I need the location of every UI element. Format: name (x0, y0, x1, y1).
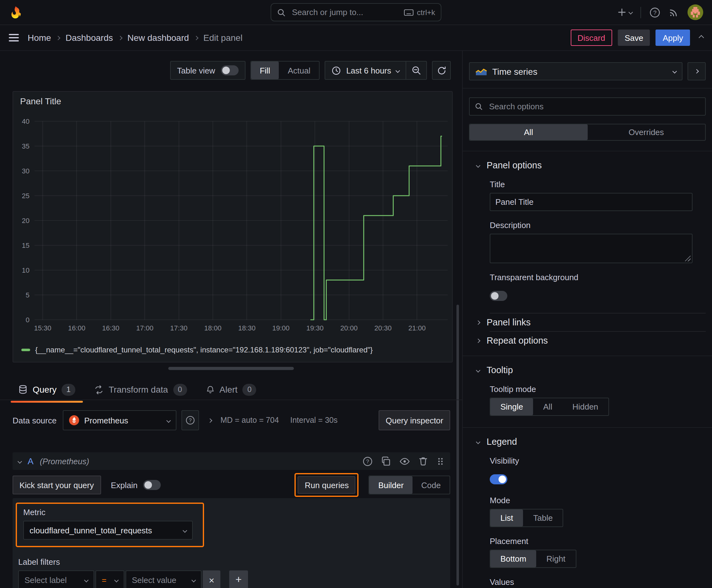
tooltip-mode-hidden[interactable]: Hidden (562, 398, 608, 415)
transparent-background-toggle[interactable] (490, 291, 507, 301)
breadcrumb-separator-icon (194, 36, 198, 40)
grafana-edit-panel: ctrl+k ? (0, 0, 712, 588)
svg-text:20:30: 20:30 (374, 324, 391, 332)
add-menu-button[interactable] (617, 7, 632, 17)
refresh-button[interactable] (432, 61, 451, 80)
options-search-input[interactable] (488, 101, 700, 112)
panel-options-section-header[interactable]: Panel options (469, 160, 706, 170)
builder-option[interactable]: Builder (369, 476, 412, 494)
options-search[interactable] (469, 97, 706, 115)
query-row-header[interactable]: A (Prometheus) ? (13, 452, 450, 470)
legend-section-header[interactable]: Legend (469, 437, 706, 447)
edit-actions: Discard Save Apply (571, 29, 704, 46)
time-series-chart[interactable]: 051015202530354015:3016:0016:3017:0017:3… (13, 92, 453, 363)
actual-option[interactable]: Actual (279, 62, 319, 79)
metric-highlight-box: Metric cloudflared_tunnel_total_requests (16, 503, 204, 547)
select-label-dropdown[interactable]: Select label (18, 570, 94, 588)
visualization-picker[interactable]: Time series (469, 62, 683, 80)
query-options-expander[interactable] (204, 419, 215, 422)
help-button[interactable]: ? (649, 6, 661, 18)
time-series-viz-icon (475, 67, 487, 76)
trash-icon[interactable] (418, 456, 428, 466)
panel-preview[interactable]: Panel Title 051015202530354015:3016:0016… (13, 91, 453, 362)
query-toolbar-row: Kick start your query Explain Run querie… (13, 476, 450, 495)
expand-viz-picker-button[interactable] (688, 62, 706, 80)
search-shortcut: ctrl+k (404, 8, 435, 17)
news-rss-button[interactable] (669, 7, 679, 18)
description-textarea[interactable] (490, 234, 693, 263)
tooltip-mode-single[interactable]: Single (490, 398, 533, 415)
breadcrumb-dashboards[interactable]: Dashboards (66, 33, 113, 43)
legend-visibility-toggle[interactable] (490, 474, 507, 484)
select-value-dropdown[interactable]: Select value (126, 570, 201, 588)
grafana-logo-icon[interactable] (9, 5, 23, 19)
save-button[interactable]: Save (618, 29, 650, 46)
breadcrumb: Home Dashboards New dashboard Edit panel (28, 33, 242, 43)
chevron-down-icon (476, 368, 480, 372)
menu-hamburger-button[interactable] (9, 33, 19, 42)
label-filter-row: Select label = Select value × + (18, 570, 445, 588)
legend-placement-bottom[interactable]: Bottom (490, 550, 536, 567)
options-tab-all[interactable]: All (470, 124, 587, 140)
breadcrumb-home[interactable]: Home (28, 33, 51, 43)
chart-legend[interactable]: {__name__="cloudflared_tunnel_total_requ… (21, 345, 373, 354)
query-inspector-button[interactable]: Query inspector (379, 410, 450, 430)
clock-icon (332, 66, 341, 75)
repeat-options-section-header[interactable]: Repeat options (477, 332, 706, 349)
datasource-picker[interactable]: Prometheus (63, 410, 176, 430)
tab-alert[interactable]: Alert 0 (198, 381, 264, 398)
drag-handle-icon[interactable] (436, 456, 445, 466)
time-range-button[interactable]: Last 6 hours (326, 62, 406, 79)
duplicate-query-button[interactable] (381, 456, 391, 466)
table-view-toggle[interactable] (221, 65, 238, 76)
zoom-out-time-button[interactable] (406, 62, 426, 79)
max-data-points: MD = auto = 704 (220, 416, 279, 425)
explain-toggle[interactable] (143, 480, 161, 490)
metric-select[interactable]: cloudflared_tunnel_total_requests (23, 521, 193, 540)
collapse-options-button[interactable] (699, 36, 703, 40)
global-search[interactable]: ctrl+k (271, 3, 441, 21)
tooltip-title: Tooltip (487, 365, 513, 375)
fill-option[interactable]: Fill (251, 62, 279, 79)
run-queries-highlight-box: Run queries (295, 473, 359, 497)
label-filters-label: Label filters (18, 557, 445, 567)
apply-button[interactable]: Apply (656, 29, 690, 46)
metric-value: cloudflared_tunnel_total_requests (29, 525, 152, 535)
legend-mode-list[interactable]: List (490, 509, 523, 526)
operator-dropdown[interactable]: = (95, 570, 124, 588)
options-tab-overrides[interactable]: Overrides (587, 124, 705, 140)
panel-links-title: Panel links (487, 317, 531, 327)
user-avatar[interactable] (688, 4, 703, 20)
collapse-query-icon[interactable] (18, 459, 22, 463)
panel-links-section-header[interactable]: Panel links (477, 313, 706, 331)
svg-text:15:30: 15:30 (34, 324, 51, 332)
tooltip-mode-all[interactable]: All (533, 398, 562, 415)
svg-text:20:00: 20:00 (340, 324, 358, 332)
panel-title-input[interactable] (490, 193, 693, 211)
remove-filter-button[interactable]: × (203, 570, 220, 588)
legend-placement-right[interactable]: Right (536, 550, 576, 567)
tooltip-section-header[interactable]: Tooltip (469, 365, 706, 375)
query-help-button[interactable]: ? (362, 456, 373, 466)
transparent-background-label: Transparent background (490, 273, 706, 282)
divider (463, 151, 712, 151)
run-queries-button[interactable]: Run queries (298, 476, 356, 494)
add-filter-button[interactable]: + (229, 570, 248, 588)
datasource-help-button[interactable]: ? (181, 410, 199, 430)
global-search-input[interactable] (291, 7, 399, 18)
kick-start-query-button[interactable]: Kick start your query (13, 476, 101, 495)
tab-transform-data[interactable]: Transform data 0 (87, 381, 194, 398)
tab-query[interactable]: Query 1 (11, 381, 83, 398)
left-pane-scrollbar[interactable] (456, 305, 459, 586)
svg-text:25: 25 (22, 192, 29, 200)
legend-series-name: {__name__="cloudflared_tunnel_total_requ… (35, 345, 373, 354)
panel-resize-handle[interactable] (168, 367, 294, 370)
breadcrumb-new-dashboard[interactable]: New dashboard (127, 33, 189, 43)
discard-button[interactable]: Discard (571, 29, 612, 46)
breadcrumb-bar: Home Dashboards New dashboard Edit panel… (0, 25, 712, 51)
search-icon (277, 8, 286, 17)
eye-icon[interactable] (399, 456, 410, 466)
legend-mode-table[interactable]: Table (523, 509, 563, 526)
datasource-value: Prometheus (84, 416, 128, 425)
code-option[interactable]: Code (412, 476, 450, 494)
